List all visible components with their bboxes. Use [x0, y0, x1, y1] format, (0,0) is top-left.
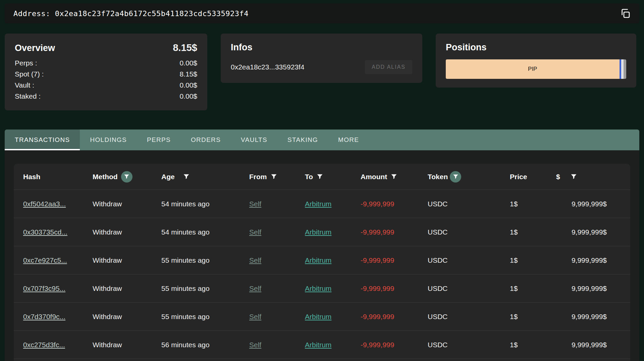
overview-value: 8.15$ [179, 68, 197, 80]
usd-cell: 9,999,999$ [550, 200, 630, 208]
usd-cell: 9,999,999$ [550, 313, 630, 321]
age-cell: 55 minutes ago [161, 285, 249, 293]
infos-title: Infos [231, 42, 412, 53]
amount-cell: -9,999,999 [361, 200, 428, 208]
positions-segment-pip[interactable]: PIP [446, 59, 620, 79]
from-link[interactable]: Self [249, 256, 261, 264]
positions-segment-white[interactable] [621, 59, 624, 79]
method-filter-icon[interactable] [121, 171, 132, 183]
col-header-label: Token [428, 173, 448, 181]
positions-segment-gray[interactable] [624, 59, 626, 79]
positions-segment-label: PIP [528, 66, 537, 72]
tab-bar: TRANSACTIONS HOLDINGS PERPS ORDERS VAULT… [5, 130, 639, 150]
token-cell: USDC [428, 200, 510, 208]
tab-orders[interactable]: ORDERS [181, 130, 231, 150]
overview-row-spot: Spot (7) : 8.15$ [15, 68, 197, 80]
copy-icon [620, 8, 631, 19]
from-filter-icon[interactable] [270, 173, 277, 180]
usd-filter-icon[interactable] [570, 173, 577, 180]
col-header-price: Price [510, 173, 550, 181]
hash-link[interactable]: 0x303735cd... [23, 228, 67, 236]
age-cell: 54 minutes ago [161, 228, 249, 236]
overview-label: Vault : [15, 80, 34, 91]
tab-perps[interactable]: PERPS [137, 130, 181, 150]
to-link[interactable]: Arbitrum [305, 341, 331, 349]
col-header-label: $ [556, 173, 560, 181]
to-link[interactable]: Arbitrum [305, 285, 331, 292]
overview-value: 0.00$ [179, 91, 197, 102]
usd-cell: 9,999,999$ [550, 341, 630, 349]
col-header-to: To [305, 173, 361, 181]
col-header-amount: Amount [361, 173, 428, 181]
overview-row-staked: Staked : 0.00$ [15, 91, 197, 102]
col-header-age: Age [161, 173, 249, 181]
infos-address-short: 0x2ea18c23...335923f4 [231, 63, 305, 71]
summary-cards: Overview 8.15$ Perps : 0.00$ Spot (7) : … [5, 34, 639, 111]
amount-filter-icon[interactable] [390, 173, 397, 180]
overview-label: Perps : [15, 57, 37, 68]
age-cell: 55 minutes ago [161, 313, 249, 321]
infos-card: Infos 0x2ea18c23...335923f4 ADD ALIAS [221, 34, 422, 83]
age-cell: 56 minutes ago [161, 341, 249, 349]
from-link[interactable]: Self [249, 200, 261, 208]
overview-card: Overview 8.15$ Perps : 0.00$ Spot (7) : … [5, 34, 207, 110]
usd-cell: 9,999,999$ [550, 285, 630, 293]
col-header-label: Age [161, 173, 175, 181]
token-cell: USDC [428, 228, 510, 236]
price-cell: 1$ [510, 285, 550, 293]
positions-bar[interactable]: PIP [446, 59, 626, 79]
overview-value: 0.00$ [179, 57, 197, 68]
address-bar: Address: 0x2ea18c23f72a4b6172c55b411823c… [5, 3, 639, 23]
to-link[interactable]: Arbitrum [305, 256, 331, 264]
address-label: Address: [13, 9, 55, 18]
method-cell: Withdraw [93, 313, 161, 321]
overview-row-vault: Vault : 0.00$ [15, 80, 197, 91]
to-link[interactable]: Arbitrum [305, 200, 331, 208]
address-value: 0x2ea18c23f72a4b6172c55b411823cdc5335923… [55, 9, 249, 18]
price-cell: 1$ [510, 200, 550, 208]
hash-link[interactable]: 0x707f3c95... [23, 285, 65, 292]
hash-link[interactable]: 0xc275d3fc... [23, 341, 65, 349]
tab-more[interactable]: MORE [328, 130, 369, 150]
method-cell: Withdraw [93, 228, 161, 236]
tab-vaults[interactable]: VAULTS [231, 130, 277, 150]
age-filter-icon[interactable] [183, 173, 190, 180]
to-link[interactable]: Arbitrum [305, 228, 331, 236]
from-link[interactable]: Self [249, 313, 261, 320]
col-header-method: Method [93, 171, 161, 183]
tab-transactions[interactable]: TRANSACTIONS [5, 130, 80, 150]
usd-cell: 9,999,999$ [550, 228, 630, 236]
overview-total-value: 8.15$ [173, 42, 197, 53]
table-row: 0xf5042aa3... Withdraw 54 minutes ago Se… [14, 190, 630, 218]
col-header-label: Amount [361, 173, 387, 181]
age-cell: 55 minutes ago [161, 256, 249, 264]
tab-holdings[interactable]: HOLDINGS [80, 130, 137, 150]
method-cell: Withdraw [93, 256, 161, 264]
price-cell: 1$ [510, 313, 550, 321]
overview-row-perps: Perps : 0.00$ [15, 57, 197, 68]
to-filter-icon[interactable] [316, 173, 323, 180]
tab-staking[interactable]: STAKING [277, 130, 328, 150]
col-header-from: From [249, 173, 305, 181]
hash-link[interactable]: 0x7d370f9c... [23, 313, 65, 320]
from-link[interactable]: Self [249, 228, 261, 236]
table-row: 0x707f3c95... Withdraw 55 minutes ago Se… [14, 274, 630, 303]
col-header-label: Hash [23, 173, 40, 181]
overview-label: Spot (7) : [15, 68, 44, 80]
table-row: 0x303735cd... Withdraw 54 minutes ago Se… [14, 218, 630, 246]
from-link[interactable]: Self [249, 341, 261, 349]
hash-link[interactable]: 0xf5042aa3... [23, 200, 66, 208]
col-header-label: From [249, 173, 267, 181]
amount-cell: -9,999,999 [361, 228, 428, 236]
token-filter-icon[interactable] [450, 171, 461, 183]
from-link[interactable]: Self [249, 285, 261, 292]
token-cell: USDC [428, 341, 510, 349]
hash-link[interactable]: 0xc7e927c5... [23, 256, 67, 264]
age-cell: 54 minutes ago [161, 200, 249, 208]
add-alias-button[interactable]: ADD ALIAS [365, 60, 412, 74]
amount-cell: -9,999,999 [361, 313, 428, 321]
token-cell: USDC [428, 313, 510, 321]
col-header-label: Method [93, 173, 118, 181]
copy-address-button[interactable] [620, 8, 631, 19]
to-link[interactable]: Arbitrum [305, 313, 331, 320]
